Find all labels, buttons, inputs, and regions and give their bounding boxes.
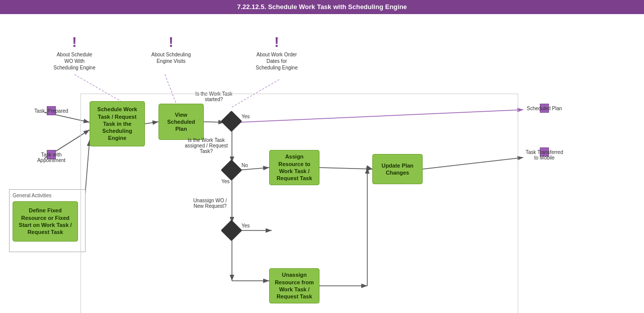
d3-yes: Yes [242, 223, 250, 228]
end-label-1: Scheduled Plan [524, 106, 565, 111]
end-event-scheduled-plan: Scheduled Plan [524, 104, 565, 111]
svg-line-6 [239, 110, 523, 122]
svg-line-17 [367, 168, 372, 169]
end-label-2: Task Transferred to Mobile [524, 149, 565, 161]
page-title: 7.22.12.5. Schedule Work Task with Sched… [237, 3, 407, 11]
general-activities-title: General Activities [13, 193, 82, 198]
svg-line-9 [319, 168, 372, 169]
general-activities-container: General Activities Define Fixed Resource… [9, 189, 86, 252]
d3-question: Unassign WO / New Request? [191, 198, 229, 209]
start-label-2: Task with Appointment [31, 152, 71, 163]
start-label-1: Task, Prepared [31, 108, 71, 114]
d1-yes: Yes [242, 114, 250, 119]
box-define-fixed-resource[interactable]: Define Fixed Resource or Fixed Start on … [13, 201, 78, 242]
end-event-task-transferred: Task Transferred to Mobile [524, 147, 565, 161]
start-event-task-appointment: Task with Appointment [31, 150, 71, 163]
diagram-area: ! About Schedule WO With Scheduling Engi… [0, 14, 644, 313]
start-event-task-prepared: Task, Prepared [31, 106, 71, 114]
box-view-scheduled-plan[interactable]: View Scheduled Plan [158, 104, 204, 140]
note2-text: About Schdeuling Engine Visits [148, 51, 194, 64]
note1-text: About Schedule WO With Scheduling Engine [52, 51, 97, 71]
box-unassign-resource[interactable]: Unassign Resource from Work Task / Reque… [269, 268, 319, 303]
d2-no: No [242, 163, 248, 168]
note-about-scheduling-engine-visits: ! About Schdeuling Engine Visits [148, 35, 194, 64]
box-assign-resource[interactable]: Assign Resource to Work Task / Request T… [269, 150, 319, 185]
svg-line-20 [165, 74, 176, 104]
d2-yes: Yes [221, 179, 229, 184]
note-about-work-order-dates: ! About Work Order Dates for Scheduling … [254, 35, 299, 71]
svg-line-21 [232, 80, 279, 107]
title-bar: 7.22.12.5. Schedule Work Task with Sched… [0, 0, 644, 14]
box-update-plan-changes[interactable]: Update Plan Changes [372, 154, 423, 184]
d2-question: Is the Work Task assigned / Request Task… [184, 137, 229, 154]
svg-line-19 [74, 74, 121, 101]
svg-line-4 [145, 122, 158, 124]
note-about-schedule-wo: ! About Schedule WO With Scheduling Engi… [52, 35, 97, 71]
box-schedule-work-task[interactable]: Schedule Work Task / Request Task in the… [90, 101, 145, 146]
d1-question: Is the Work Task started? [194, 91, 234, 102]
svg-line-10 [423, 158, 523, 169]
note3-text: About Work Order Dates for Scheduling En… [254, 51, 299, 71]
